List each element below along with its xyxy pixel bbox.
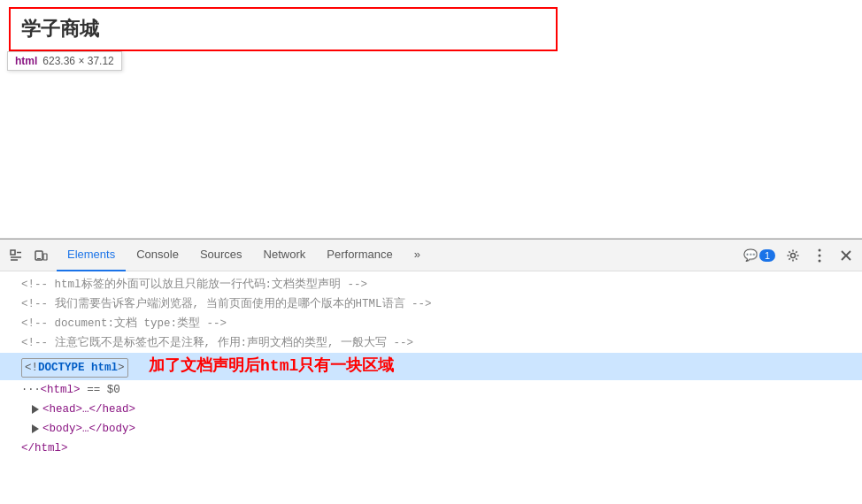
code-line-doctype[interactable]: <!DOCTYPE html> 加了文档声明后html只有一块区域 xyxy=(0,353,862,380)
svg-rect-0 xyxy=(11,250,15,255)
svg-point-9 xyxy=(819,254,821,256)
devtools-tabs: Elements Console Sources Network Perform… xyxy=(57,240,740,271)
tooltip-size: 623.36 × 37.12 xyxy=(42,55,113,67)
code-line-head[interactable]: <head>…</head> xyxy=(0,400,862,419)
close-devtools-button[interactable] xyxy=(834,243,858,268)
element-tooltip: html 623.36 × 37.12 xyxy=(7,51,122,71)
browser-viewport: 学子商城 html 623.36 × 37.12 xyxy=(0,0,862,239)
page-title-box: 学子商城 xyxy=(9,7,558,51)
device-toolbar-button[interactable] xyxy=(28,243,53,268)
tab-more[interactable]: » xyxy=(404,240,431,271)
svg-point-7 xyxy=(791,253,796,257)
devtools-panel: Elements Console Sources Network Perform… xyxy=(0,239,862,504)
code-line-html-close: </html> xyxy=(0,439,862,458)
console-badge: 1 xyxy=(759,249,775,262)
svg-rect-5 xyxy=(43,254,47,260)
console-messages-button[interactable]: 💬 1 xyxy=(740,243,779,268)
code-line-comment2: <!-- 我们需要告诉客户端浏览器, 当前页面使用的是哪个版本的HTML语言 -… xyxy=(0,294,862,314)
tab-performance[interactable]: Performance xyxy=(316,240,403,271)
code-line-comment4: <!-- 注意它既不是标签也不是注释, 作用:声明文档的类型, 一般大写 --> xyxy=(0,333,862,353)
code-line-comment3: <!-- document:文档 type:类型 --> xyxy=(0,314,862,333)
code-line-html-open: ···<html> == $0 xyxy=(0,380,862,400)
tooltip-tag: html xyxy=(15,55,37,67)
triangle-icon xyxy=(32,424,39,433)
svg-point-10 xyxy=(819,259,821,262)
tab-network[interactable]: Network xyxy=(253,240,317,271)
triangle-icon xyxy=(32,405,39,414)
tab-elements[interactable]: Elements xyxy=(57,240,126,271)
settings-button[interactable] xyxy=(781,243,805,268)
devtools-toolbar: Elements Console Sources Network Perform… xyxy=(0,240,862,271)
devtools-code-panel[interactable]: <!-- html标签的外面可以放且只能放一行代码:文档类型声明 --> <!-… xyxy=(0,271,862,504)
tab-console[interactable]: Console xyxy=(126,240,189,271)
inspect-element-button[interactable] xyxy=(4,243,28,268)
svg-point-8 xyxy=(819,248,821,251)
code-line-comment1: <!-- html标签的外面可以放且只能放一行代码:文档类型声明 --> xyxy=(0,275,862,294)
code-line-body[interactable]: <body>…</body> xyxy=(0,419,862,439)
more-options-button[interactable] xyxy=(807,243,832,268)
devtools-toolbar-right: 💬 1 xyxy=(740,243,858,268)
tab-sources[interactable]: Sources xyxy=(189,240,253,271)
page-title: 学子商城 xyxy=(21,18,99,40)
